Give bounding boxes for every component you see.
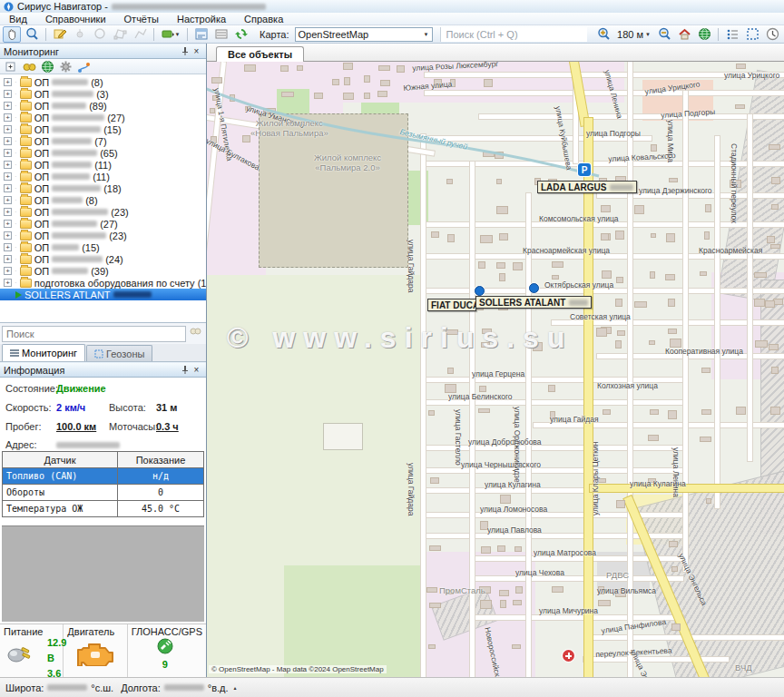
tree-row[interactable]: +·ОП(7) bbox=[0, 135, 206, 147]
tree-row-selected[interactable]: SOLLERS ATLANT bbox=[0, 289, 206, 300]
sensor-row[interactable]: Топливо (CAN)н/д bbox=[3, 468, 204, 485]
tree-row[interactable]: +·ОП(18) bbox=[0, 182, 206, 194]
expander-icon[interactable]: + bbox=[4, 231, 12, 240]
close-icon[interactable]: × bbox=[191, 45, 202, 57]
globe-tool-button[interactable] bbox=[40, 60, 55, 74]
tab-geozones[interactable]: Геозоны bbox=[86, 345, 152, 361]
zoom-out-tool-button[interactable] bbox=[655, 26, 673, 43]
edit-geozone-tool-button[interactable] bbox=[51, 26, 69, 43]
sensor-row[interactable]: Обороты0 bbox=[3, 485, 204, 501]
street-label: улица Павлова bbox=[487, 525, 542, 535]
hours-value[interactable]: 0.3 ч bbox=[156, 421, 179, 432]
expander-icon[interactable]: + bbox=[4, 137, 12, 145]
geo-polyline-tool-button[interactable] bbox=[131, 26, 149, 43]
expander-icon[interactable]: + bbox=[4, 220, 12, 228]
expander-icon[interactable]: + bbox=[4, 78, 12, 86]
geo-polygon-tool-button[interactable] bbox=[111, 26, 129, 43]
select-region-tool-button[interactable] bbox=[743, 26, 761, 43]
vehicle-marker[interactable] bbox=[529, 283, 539, 293]
track-window-tool-button[interactable] bbox=[192, 26, 211, 43]
settings-tool-button[interactable] bbox=[58, 60, 74, 74]
tree-search-input[interactable] bbox=[2, 326, 186, 342]
tree-row[interactable]: +·ОП(15) bbox=[0, 123, 206, 135]
sensor-col-header[interactable]: Датчик bbox=[3, 452, 118, 468]
map-building bbox=[666, 233, 675, 241]
pin-icon[interactable] bbox=[179, 364, 191, 376]
tree-row[interactable]: +·ОП(15) bbox=[0, 241, 206, 253]
tree-row[interactable]: +·ОП(24) bbox=[0, 253, 206, 265]
tree-row[interactable]: +·ОП(23) bbox=[0, 206, 206, 218]
tree-row[interactable]: +·ОП(89) bbox=[0, 100, 206, 112]
statusbar-expander-icon[interactable]: ▴ bbox=[234, 685, 237, 691]
vehicle-plate[interactable]: FIAT DUCAT bbox=[427, 299, 476, 311]
menu-item-справочники[interactable]: Справочники bbox=[36, 13, 115, 25]
tab-monitoring[interactable]: Мониторинг bbox=[2, 344, 85, 361]
geo-circle-tool-button[interactable] bbox=[91, 26, 109, 43]
map-building bbox=[705, 204, 711, 211]
expander-icon[interactable]: + bbox=[4, 184, 12, 192]
menu-item-отчёты[interactable]: Отчёты bbox=[115, 13, 168, 25]
pan-tool-button[interactable] bbox=[3, 26, 21, 43]
tree-row[interactable]: +·ОП(27) bbox=[0, 218, 206, 230]
scale-select[interactable]: 180 м▼ bbox=[614, 27, 653, 42]
pin-icon[interactable] bbox=[179, 45, 191, 57]
route-tool-icon bbox=[77, 60, 91, 74]
sensor-row[interactable]: Температура ОЖ45.0 °C bbox=[3, 501, 204, 517]
track-list-tool-button[interactable] bbox=[212, 26, 230, 43]
expander-icon[interactable]: + bbox=[4, 208, 12, 216]
close-icon[interactable]: × bbox=[191, 364, 202, 376]
expander-icon[interactable]: + bbox=[4, 255, 12, 263]
menu-item-настройка[interactable]: Настройка bbox=[168, 13, 235, 25]
map-tab-all-objects[interactable]: Все объекты bbox=[216, 46, 304, 62]
expander-icon[interactable]: + bbox=[4, 161, 12, 169]
tree-row[interactable]: +·ОП(23) bbox=[0, 230, 206, 241]
expander-icon[interactable]: + bbox=[4, 279, 12, 287]
map-canvas[interactable]: улица Урицкогоулица УрицкогоЮжная улицау… bbox=[207, 62, 784, 677]
map-provider-select[interactable]: OpenStreetMap ▼ bbox=[295, 27, 433, 42]
vehicle-plate[interactable]: SOLLERS ATALANT bbox=[475, 296, 592, 309]
tree-search-button[interactable] bbox=[186, 326, 204, 342]
refresh-tool-button[interactable] bbox=[232, 26, 250, 43]
expand-all-tool-button[interactable] bbox=[4, 60, 19, 74]
map-street bbox=[526, 193, 531, 677]
zoom-tool-button[interactable] bbox=[23, 26, 41, 43]
home-tool-button[interactable] bbox=[675, 26, 693, 43]
legend-list-tool-button[interactable] bbox=[723, 26, 741, 43]
folder-icon bbox=[20, 255, 32, 264]
menu-item-справка[interactable]: Справка bbox=[235, 13, 292, 25]
expander-icon[interactable]: + bbox=[4, 267, 12, 275]
tree-row[interactable]: +·ОП(11) bbox=[0, 171, 206, 182]
history-clock-tool-button[interactable] bbox=[763, 26, 781, 43]
tree-row[interactable]: +·ОП(8) bbox=[0, 76, 206, 88]
map-building bbox=[211, 77, 222, 83]
map-building bbox=[515, 586, 522, 594]
info-panel-body: Состояние: Движение Скорость: 2 км/ч Выс… bbox=[0, 378, 206, 450]
expander-icon[interactable]: + bbox=[4, 90, 12, 98]
geo-point-tool-button[interactable] bbox=[71, 26, 89, 43]
binoculars-tool-button[interactable] bbox=[22, 60, 37, 74]
globe-tool-button[interactable] bbox=[695, 26, 713, 43]
value-col-header[interactable]: Показание bbox=[118, 452, 204, 468]
tree-row[interactable]: +·ОП(3) bbox=[0, 88, 206, 100]
tree-row[interactable]: +·ОП(27) bbox=[0, 112, 206, 123]
mileage-value[interactable]: 100.0 км bbox=[56, 421, 96, 432]
expander-icon[interactable]: + bbox=[4, 172, 12, 181]
vehicle-plate[interactable]: LADA LARGUS bbox=[537, 181, 637, 193]
tree-row[interactable]: +·ОП(39) bbox=[0, 265, 206, 277]
tree-row[interactable]: +·подготовка оборудования по счету (1) bbox=[0, 277, 206, 289]
route-tool-button[interactable] bbox=[76, 60, 92, 74]
expander-icon[interactable]: + bbox=[4, 102, 12, 110]
expander-icon[interactable]: + bbox=[4, 113, 12, 122]
expander-icon[interactable]: + bbox=[4, 125, 12, 133]
expander-icon[interactable]: + bbox=[4, 196, 12, 204]
tree-row[interactable]: +·ОП(65) bbox=[0, 147, 206, 159]
menu-item-вид[interactable]: Вид bbox=[0, 13, 36, 25]
tree-row[interactable]: +·ОП(11) bbox=[0, 159, 206, 171]
map-search-input[interactable] bbox=[440, 27, 588, 42]
expander-icon[interactable]: + bbox=[4, 149, 12, 157]
tree-row[interactable]: +·ОП(8) bbox=[0, 194, 206, 206]
vehicle-marker[interactable] bbox=[475, 286, 485, 296]
zoom-in-tool-button[interactable] bbox=[594, 26, 612, 43]
objects-layer-tool-button[interactable]: ▼ bbox=[159, 26, 182, 43]
expander-icon[interactable]: + bbox=[4, 243, 12, 251]
